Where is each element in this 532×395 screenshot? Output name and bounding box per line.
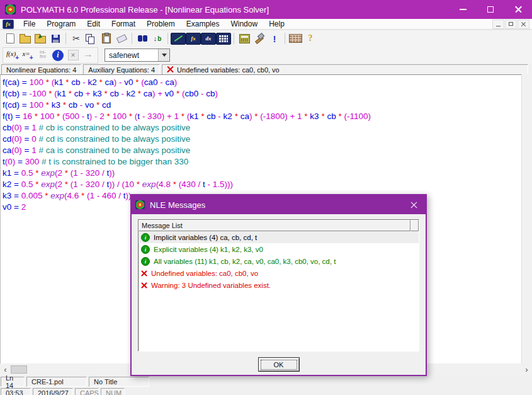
initial-final-icon[interactable]: ini- finl bbox=[35, 48, 50, 63]
equation-line: cb(0) = 1 # cb is constrained to be alwa… bbox=[3, 122, 521, 134]
menu-item-help[interactable]: Help bbox=[263, 20, 290, 28]
minimize-button[interactable] bbox=[449, 0, 477, 19]
message-item[interactable]: Warning: 3 Undefined variables exist. bbox=[139, 279, 419, 291]
new-file-icon[interactable] bbox=[3, 31, 18, 45]
menu-item-window[interactable]: Window bbox=[225, 20, 263, 28]
toolbar-separator bbox=[65, 33, 66, 44]
delete-icon[interactable]: × bbox=[65, 48, 81, 63]
chevron-down-icon[interactable] bbox=[158, 49, 169, 61]
help-icon[interactable]: ? bbox=[303, 31, 318, 45]
add-equation-icon[interactable]: f(x)+ bbox=[5, 48, 20, 63]
maximize-icon bbox=[487, 6, 494, 13]
main-toolbar: ✂bfxdx!? bbox=[0, 30, 532, 47]
open-file-icon[interactable] bbox=[18, 31, 33, 45]
status-cell: 03:53 bbox=[1, 388, 31, 395]
minimize-icon bbox=[460, 9, 467, 10]
equation-line: t(0) = 300 # t is constrained to be bigg… bbox=[3, 156, 521, 168]
problem-toolbar-group: f(x)+x=+ini- finli×→ bbox=[3, 47, 98, 64]
undefined-variables-status: Undefined variables: ca0, cb0, vo bbox=[162, 64, 528, 75]
cut-icon[interactable]: ✂ bbox=[69, 31, 84, 45]
units-icon[interactable] bbox=[288, 31, 303, 45]
toolbar-separator bbox=[167, 33, 168, 44]
equation-line: f(t) = 16 * 100 * (500 - t) - 2 * 100 * … bbox=[3, 111, 521, 122]
status-cell: No Title bbox=[89, 377, 149, 387]
message-item[interactable]: iImplicit variables (4) ca, cb, cd, t bbox=[139, 231, 419, 243]
menu-bar: fx FileProgramEditFormatProblemExamplesW… bbox=[0, 19, 532, 30]
message-list-header-stub bbox=[410, 220, 419, 231]
open-recent-icon[interactable] bbox=[33, 31, 48, 45]
menu-item-format[interactable]: Format bbox=[106, 20, 141, 28]
mdi-close-button[interactable] bbox=[518, 20, 529, 29]
app-icon bbox=[5, 4, 16, 14]
menu-item-file[interactable]: File bbox=[18, 20, 41, 28]
nonlinear-equations-icon[interactable]: fx bbox=[186, 31, 201, 45]
solve-arrow-icon[interactable]: → bbox=[81, 48, 96, 63]
paste-icon[interactable] bbox=[99, 31, 114, 45]
close-button[interactable] bbox=[504, 0, 532, 19]
equation-line: ca(0) = 1 # ca is constrained to be alwa… bbox=[3, 145, 521, 156]
dialog-close-button[interactable] bbox=[403, 195, 424, 214]
differential-equations-icon[interactable]: dx bbox=[201, 31, 216, 45]
mdi-close-icon bbox=[521, 21, 526, 27]
menu-item-edit[interactable]: Edit bbox=[81, 20, 106, 28]
status-cell: NUM bbox=[101, 388, 125, 395]
data-table-icon[interactable] bbox=[216, 31, 231, 45]
message-item[interactable]: iAll variables (11) k1, cb, k2, ca, v0, … bbox=[139, 255, 419, 267]
info-icon: i bbox=[141, 245, 150, 254]
dialog-title-bar: NLE Messages bbox=[132, 195, 426, 214]
menu-item-program[interactable]: Program bbox=[41, 20, 81, 28]
info-icon[interactable]: i bbox=[50, 48, 65, 63]
dialog-body: Message List iImplicit variables (4) ca,… bbox=[132, 214, 426, 375]
mdi-restore-button[interactable] bbox=[505, 20, 517, 29]
linear-equations-icon[interactable] bbox=[171, 31, 186, 45]
add-variable-icon[interactable]: x=+ bbox=[20, 48, 35, 63]
equation-line: k1 = 0.5 * exp(2 * (1 - 320 / t)) bbox=[3, 168, 521, 179]
dialog-title: NLE Messages bbox=[150, 200, 205, 210]
message-item[interactable]: iExplicit variables (4) k1, k2, k3, v0 bbox=[139, 243, 419, 255]
title-bar: POLYMATH 6.0 Professional Release - [Non… bbox=[0, 0, 532, 19]
dialog-close-icon bbox=[410, 202, 417, 209]
equation-line: f(ca) = 100 * (k1 * cb - k2 * ca) - v0 *… bbox=[3, 77, 521, 88]
scroll-right-icon[interactable]: › bbox=[521, 364, 532, 375]
ok-button[interactable]: OK bbox=[258, 357, 300, 372]
close-icon bbox=[514, 6, 522, 13]
setup-icon[interactable] bbox=[252, 31, 267, 45]
window-title: POLYMATH 6.0 Professional Release - [Non… bbox=[21, 5, 269, 14]
message-text: Undefined variables: ca0, cb0, vo bbox=[151, 270, 258, 277]
message-list-header[interactable]: Message List bbox=[139, 220, 410, 231]
menu-item-problem[interactable]: Problem bbox=[141, 20, 181, 28]
find-icon[interactable] bbox=[135, 31, 150, 45]
message-item[interactable]: Undefined variables: ca0, cb0, vo bbox=[139, 267, 419, 279]
info-icon: i bbox=[141, 257, 150, 266]
status-cell: 2016/9/27 bbox=[33, 388, 73, 395]
dialog-app-icon bbox=[135, 200, 145, 209]
status-bar-row1: Ln 14CRE-1.polNo Title bbox=[0, 377, 149, 387]
scrollbar-thumb[interactable] bbox=[11, 365, 27, 374]
auxiliary-equations-count: Auxiliary Equations: 4 bbox=[83, 64, 160, 75]
sort-icon[interactable]: b bbox=[150, 31, 165, 45]
equation-line: cd(0) = 0 # cd is constrained to be alwa… bbox=[3, 134, 521, 145]
error-icon bbox=[141, 282, 147, 289]
status-cell: Ln 14 bbox=[1, 377, 25, 387]
eraser-icon[interactable] bbox=[114, 31, 129, 45]
mdi-minimize-button[interactable] bbox=[492, 20, 504, 29]
vertical-scrollbar[interactable] bbox=[521, 74, 532, 364]
menu-item-examples[interactable]: Examples bbox=[181, 20, 225, 28]
message-text: Implicit variables (4) ca, cb, cd, t bbox=[154, 234, 257, 241]
problem-toolbar: f(x)+x=+ini- finli×→ safenewt bbox=[0, 47, 532, 64]
error-icon bbox=[141, 270, 147, 277]
run-icon[interactable]: ! bbox=[267, 31, 282, 45]
plus-icon: + bbox=[15, 54, 19, 61]
document-fx-icon: fx bbox=[3, 20, 14, 29]
status-cell: CRE-1.pol bbox=[26, 377, 87, 387]
maximize-button[interactable] bbox=[477, 0, 504, 19]
menu-items: FileProgramEditFormatProblemExamplesWind… bbox=[18, 20, 290, 28]
plus-icon: + bbox=[30, 54, 33, 61]
equation-line: k2 = 0.5 * exp(2 * (1 - 320 / t)) / (10 … bbox=[3, 179, 521, 190]
copy-icon[interactable] bbox=[84, 31, 99, 45]
scroll-left-icon[interactable]: ‹ bbox=[0, 364, 11, 375]
save-icon[interactable] bbox=[48, 31, 63, 45]
solver-select[interactable]: safenewt bbox=[105, 49, 170, 62]
calculator-icon[interactable] bbox=[237, 31, 252, 45]
polymath-window: POLYMATH 6.0 Professional Release - [Non… bbox=[0, 0, 532, 395]
